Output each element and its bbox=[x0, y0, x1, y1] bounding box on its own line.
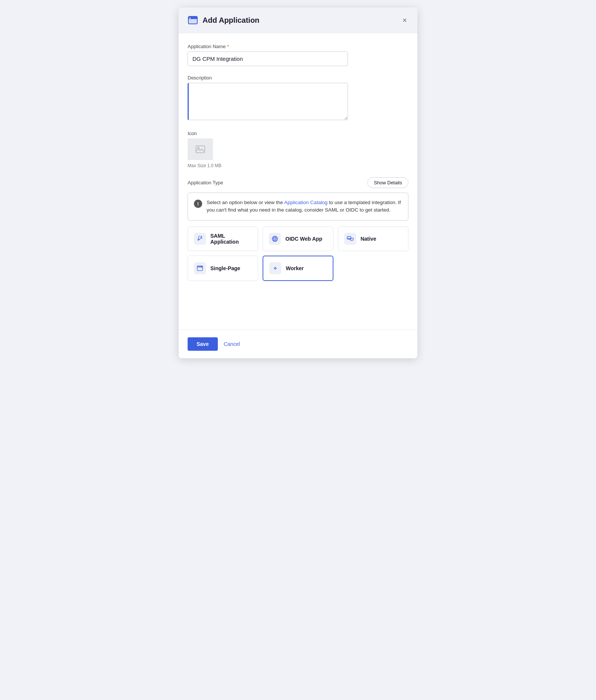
worker-label: Worker bbox=[286, 265, 304, 271]
modal-footer: Save Cancel bbox=[179, 329, 417, 358]
modal-body: Application Name * Description Icon Max … bbox=[179, 33, 417, 329]
app-name-label: Application Name * bbox=[188, 44, 408, 49]
app-type-card-single-page[interactable]: Single-Page bbox=[188, 256, 258, 281]
saml-icon bbox=[194, 233, 206, 245]
worker-icon bbox=[269, 262, 281, 274]
add-application-modal: Add Application × Application Name * Des… bbox=[179, 7, 417, 358]
svg-rect-17 bbox=[199, 266, 200, 267]
app-type-card-worker[interactable]: Worker bbox=[263, 256, 333, 281]
icon-label: Icon bbox=[188, 131, 408, 136]
single-page-label: Single-Page bbox=[210, 265, 240, 271]
svg-point-6 bbox=[200, 237, 201, 238]
info-text: Select an option below or view the Appli… bbox=[207, 199, 402, 214]
app-window-icon bbox=[188, 15, 198, 25]
app-type-card-saml[interactable]: SAML Application bbox=[188, 226, 258, 251]
app-type-card-native[interactable]: Native bbox=[338, 226, 408, 251]
required-indicator: * bbox=[227, 44, 229, 49]
svg-rect-18 bbox=[200, 266, 201, 267]
description-input[interactable] bbox=[188, 83, 348, 120]
info-banner: ! Select an option below or view the App… bbox=[188, 193, 408, 221]
app-type-header: Application Type Show Details bbox=[188, 177, 408, 188]
icon-field-group: Icon Max Size 1.0 MB bbox=[188, 131, 408, 168]
show-details-button[interactable]: Show Details bbox=[367, 177, 408, 188]
app-name-field-group: Application Name * bbox=[188, 44, 408, 66]
description-label: Description bbox=[188, 75, 408, 81]
svg-rect-16 bbox=[198, 266, 199, 267]
info-icon: ! bbox=[194, 200, 202, 208]
saml-label: SAML Application bbox=[210, 233, 252, 245]
single-page-icon bbox=[194, 262, 206, 274]
app-name-input[interactable] bbox=[188, 51, 348, 66]
native-label: Native bbox=[361, 236, 376, 242]
close-button[interactable]: × bbox=[401, 15, 408, 25]
svg-rect-3 bbox=[189, 18, 191, 19]
icon-upload-button[interactable] bbox=[188, 138, 213, 160]
save-button[interactable]: Save bbox=[188, 337, 218, 351]
oidc-label: OIDC Web App bbox=[285, 236, 322, 242]
max-size-label: Max Size 1.0 MB bbox=[188, 163, 408, 168]
empty-cell bbox=[338, 256, 408, 281]
modal-header: Add Application × bbox=[179, 7, 417, 33]
app-type-card-oidc[interactable]: OIDC Web App bbox=[263, 226, 333, 251]
app-type-field-group: Application Type Show Details ! Select a… bbox=[188, 177, 408, 281]
app-type-grid-row2: Single-Page Worker bbox=[188, 256, 408, 281]
app-catalog-link[interactable]: Application Catalog bbox=[284, 200, 327, 205]
oidc-icon bbox=[269, 233, 281, 245]
modal-title: Add Application bbox=[203, 16, 401, 25]
description-field-group: Description bbox=[188, 75, 408, 122]
app-type-label: Application Type bbox=[188, 180, 223, 185]
cancel-button[interactable]: Cancel bbox=[224, 341, 240, 347]
app-type-grid-row1: SAML Application OIDC Web App bbox=[188, 226, 408, 251]
native-icon bbox=[344, 233, 356, 245]
